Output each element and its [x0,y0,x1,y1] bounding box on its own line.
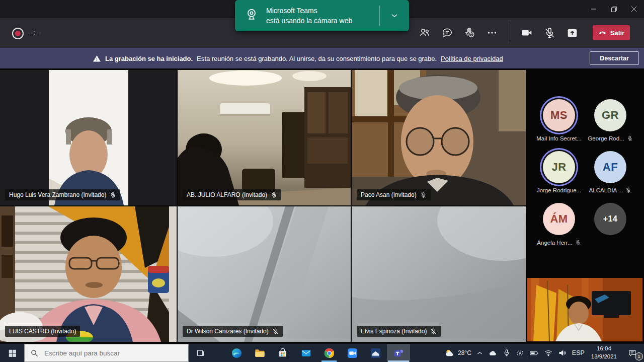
share-icon [566,27,579,39]
video-feed [178,70,351,205]
avatar-label-gr: George Rod... [580,135,640,141]
camera-usage-toast[interactable]: Microsoft Teams está usando la cámara we… [235,0,409,31]
more-options-button[interactable] [483,24,501,42]
taskbar-app-explorer[interactable] [248,344,271,362]
mic-off-icon [430,328,437,335]
avatar-initials: AF [603,161,618,174]
meeting-timer: --:-- [28,29,41,36]
scanner-app-icon [370,347,381,359]
avatar-am[interactable]: ÁM [543,203,575,235]
chrome-icon [324,347,335,359]
mic-off-icon [627,135,633,141]
close-button[interactable] [624,0,644,18]
wifi-tray-icon[interactable] [541,344,555,362]
taskbar-app-mail[interactable] [294,344,317,362]
avatar-overflow[interactable]: +14 [594,203,626,235]
taskbar-app-edge[interactable] [225,344,248,362]
participant-nameplate: Elvis Espinoza (Invitado) [357,326,441,337]
task-view-button[interactable] [189,344,212,362]
leave-label: Salir [610,29,624,37]
avatar-jr[interactable]: JR [543,151,575,183]
cast-tray-icon[interactable] [513,344,527,362]
chat-icon [441,27,453,39]
teams-icon [393,347,405,359]
avatar-label-af: ALCALDIA ... [580,187,640,193]
window-controls [584,0,644,18]
video-feed [0,70,177,205]
video-tile-luis[interactable]: LUIS CASTRO (Invitado) [0,206,177,342]
chat-button[interactable] [438,24,456,42]
people-icon [419,27,431,39]
cloud-icon [488,348,498,358]
microphone-tray-icon[interactable] [500,344,513,362]
volume-tray-icon[interactable] [555,344,570,362]
self-view-video[interactable] [527,278,642,341]
raise-hand-button[interactable] [461,24,479,42]
taskbar-search[interactable] [24,344,189,362]
windows-taskbar: 28°C [0,344,644,362]
notification-badge: 1 [635,352,643,360]
banner-title: La grabación se ha iniciado. [105,55,193,62]
mic-off-icon [543,27,556,39]
participant-nameplate: AB. JULIO ALFARO (Invitado) [183,189,281,200]
banner-message: Esta reunión se está grabando. Al unirse… [197,55,437,62]
dismiss-banner-button[interactable]: Descartar [590,51,639,65]
avatar-af[interactable]: AF [594,151,626,183]
video-tile-wilson[interactable]: Dr Wilson Cañizares (Invitado) [178,206,351,342]
language-label: ESP [572,349,585,356]
battery-tray-icon[interactable] [527,344,541,362]
camera-button[interactable] [518,24,536,42]
avatar-ms[interactable]: MS [543,99,575,131]
taskbar-app-zoom[interactable] [341,344,364,362]
toolbar-divider [509,23,509,43]
onedrive-tray-icon[interactable] [486,344,500,362]
action-center-button[interactable]: 1 [621,344,644,362]
microsoft-store-icon [277,347,288,358]
taskbar-app-teams[interactable] [387,344,410,362]
hangup-icon [598,29,607,37]
clock-date: 13/9/2021 [591,353,617,361]
avatar-gr[interactable]: GR [594,99,626,131]
microphone-button[interactable] [540,24,558,42]
chevron-down-icon[interactable] [380,12,409,19]
camera-on-icon [520,26,533,39]
restore-button[interactable] [604,0,624,18]
taskbar-app-store[interactable] [271,344,294,362]
video-tile-paco[interactable]: Paco Asan (Invitado) [352,70,526,205]
weather-indicator[interactable]: 28°C [442,344,474,362]
participant-name: Elvis Espinoza (Invitado) [361,328,427,335]
toast-app-name: Microsoft Teams [266,7,317,15]
leave-meeting-button[interactable]: Salir [593,25,630,40]
avatar-initials: JR [551,161,566,174]
share-button[interactable] [563,24,581,42]
avatar-initials: MS [550,109,568,122]
video-tile-hugo[interactable]: Hugo Luis Vera Zambrano (Invitado) [0,70,177,205]
mic-off-icon [420,192,427,198]
temperature-label: 28°C [458,349,471,356]
participant-nameplate: Hugo Luis Vera Zambrano (Invitado) [5,189,120,200]
mic-off-icon [625,187,631,193]
hidden-icons-button[interactable] [474,344,486,362]
video-tile-julio[interactable]: AB. JULIO ALFARO (Invitado) [178,70,351,205]
mic-icon [503,349,511,357]
taskbar-app-chrome[interactable] [317,344,341,362]
weather-icon [444,348,455,358]
volume-icon [558,348,567,357]
warning-icon [93,54,101,63]
task-view-icon [196,349,205,357]
participants-button[interactable] [416,24,434,42]
minimize-button[interactable] [584,0,604,18]
taskbar-app-scanner[interactable] [364,344,387,362]
taskbar-clock[interactable]: 16:04 13/9/2021 [587,345,621,360]
windows-logo-icon [8,349,17,357]
participant-name: Dr Wilson Cañizares (Invitado) [187,328,269,335]
recording-indicator [12,28,24,39]
language-indicator[interactable]: ESP [570,344,587,362]
video-tile-elvis[interactable]: Elvis Espinoza (Invitado) [352,206,526,342]
privacy-policy-link[interactable]: Política de privacidad [441,55,503,62]
start-button[interactable] [0,344,24,362]
video-feed [352,70,526,205]
participant-name: LUIS CASTRO (Invitado) [9,328,76,335]
participant-name: Hugo Luis Vera Zambrano (Invitado) [9,191,106,198]
search-input[interactable] [43,349,176,357]
